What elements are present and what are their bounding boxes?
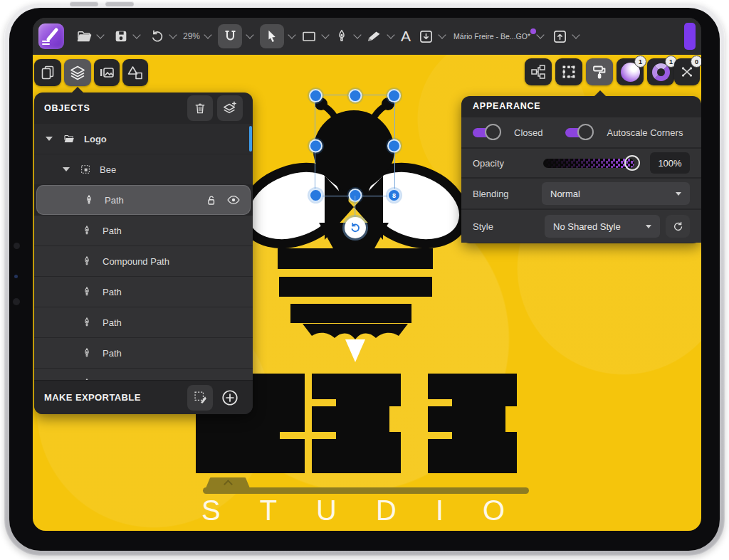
layer-label: Compound Path <box>103 256 169 267</box>
chevron-down-icon[interactable] <box>96 31 104 38</box>
artboard-tab[interactable] <box>206 477 250 488</box>
layer-row-path[interactable]: Path <box>34 277 253 307</box>
chevron-down-icon[interactable] <box>572 31 579 38</box>
delete-layer-button[interactable] <box>187 95 213 121</box>
pen-tool[interactable] <box>334 28 350 44</box>
path-icon <box>81 255 93 267</box>
chevron-down-icon[interactable] <box>438 31 446 38</box>
arrange-button[interactable] <box>525 58 552 85</box>
layer-row-compound-path[interactable]: Compound Path <box>34 246 253 276</box>
selection-handle-mid-left[interactable] <box>309 139 322 152</box>
folder-icon[interactable] <box>75 28 93 45</box>
path-icon <box>83 194 95 206</box>
chevron-down-icon[interactable] <box>132 31 140 38</box>
opacity-slider[interactable] <box>543 159 634 168</box>
chevron-down-icon[interactable] <box>353 31 361 38</box>
save-icon[interactable] <box>113 28 129 44</box>
chevron-down-icon[interactable] <box>387 31 394 38</box>
chevron-down-icon[interactable] <box>204 31 211 38</box>
fill-color-button[interactable]: 1 <box>617 58 644 85</box>
export-slice-button[interactable] <box>187 385 213 411</box>
autoscale-corners-toggle[interactable] <box>565 124 599 141</box>
refresh-style-button[interactable] <box>666 215 690 238</box>
style-dropdown[interactable]: No Shared Style <box>545 215 660 238</box>
gallery-button[interactable] <box>94 59 120 86</box>
snap-magnet-tool[interactable] <box>218 24 242 48</box>
layer-row-path[interactable]: Path <box>34 369 253 380</box>
path-icon <box>81 286 93 297</box>
selection-tool[interactable] <box>260 24 284 48</box>
layers-button[interactable] <box>64 59 91 86</box>
layer-row-path[interactable]: Path <box>34 307 253 337</box>
selection-bounding-box[interactable]: 8 <box>315 95 395 196</box>
selection-handle-mid-right[interactable] <box>387 139 401 152</box>
export-icon[interactable] <box>552 28 568 45</box>
make-exportable-button[interactable]: MAKE EXPORTABLE <box>44 392 141 403</box>
undo-icon[interactable] <box>150 28 165 44</box>
transform-button[interactable] <box>555 58 582 85</box>
chevron-down-icon[interactable] <box>536 31 544 38</box>
chevron-down-icon[interactable] <box>246 31 253 38</box>
layer-label: Logo <box>84 134 107 144</box>
path-icon <box>81 347 93 359</box>
shape-tool[interactable] <box>300 28 318 45</box>
layer-row-bee[interactable]: Bee <box>34 154 253 184</box>
selection-handle-bottom-right[interactable]: 8 <box>387 189 401 202</box>
layer-row-logo[interactable]: Logo <box>34 124 253 154</box>
pages-icon <box>39 64 56 81</box>
document-title-text: Mário Freire - Be...GO* <box>453 32 530 41</box>
stroke-color-button[interactable]: 1 <box>647 58 674 85</box>
blending-dropdown[interactable]: Normal <box>542 182 690 205</box>
pages-button[interactable] <box>34 59 61 86</box>
blending-row: Blending Normal <box>461 179 701 208</box>
layer-label: Bee <box>100 164 116 175</box>
volume-button <box>105 1 134 6</box>
visibility-eye-icon[interactable] <box>226 193 241 207</box>
knife-tool[interactable] <box>366 28 383 45</box>
mask-button[interactable]: 0 <box>674 58 700 85</box>
layer-row-path-selected[interactable]: Path <box>36 185 251 215</box>
add-object-button[interactable] <box>217 385 243 411</box>
group-icon <box>80 164 91 175</box>
logo-underline-bar[interactable] <box>203 487 529 494</box>
chevron-down-icon[interactable] <box>169 31 177 38</box>
opacity-slider-knob[interactable] <box>624 155 640 171</box>
selection-handle-top-center[interactable] <box>348 89 362 102</box>
selection-handle-top-left[interactable] <box>309 89 322 102</box>
pencil-accent-pill <box>684 23 696 50</box>
chevron-down-icon[interactable] <box>288 31 295 38</box>
autoscale-corners-label: Autoscale Corners <box>607 127 683 138</box>
text-tool[interactable]: A <box>401 28 411 45</box>
ipad-device-frame: 29% <box>4 3 725 556</box>
opacity-value[interactable]: 100% <box>650 152 690 174</box>
layer-label: Path <box>103 226 122 236</box>
blending-value: Normal <box>550 189 580 199</box>
rotate-handle[interactable] <box>345 217 366 238</box>
import-icon[interactable] <box>418 28 434 45</box>
shapes-button[interactable] <box>122 59 148 86</box>
layer-row-path[interactable]: Path <box>34 338 253 368</box>
panel-pointer <box>594 90 607 97</box>
disclosure-triangle-icon[interactable] <box>46 137 53 141</box>
zoom-level[interactable]: 29% <box>183 31 200 41</box>
style-value: No Shared Style <box>553 221 621 232</box>
lock-open-icon[interactable] <box>204 194 218 207</box>
logo-letter-e <box>428 374 537 473</box>
closed-toggle[interactable] <box>473 124 507 141</box>
chevron-down-icon[interactable] <box>321 31 329 38</box>
selection-handle-bottom-left[interactable] <box>309 189 322 202</box>
rotate-handle-line <box>355 196 356 218</box>
unsaved-indicator-dot <box>530 28 536 34</box>
add-layer-button[interactable] <box>217 95 243 121</box>
logo-letter-e <box>312 374 421 473</box>
disclosure-triangle-icon[interactable] <box>63 167 70 171</box>
pencil-icon <box>38 23 64 49</box>
app-menu-button[interactable] <box>38 23 64 49</box>
document-title[interactable]: Mário Freire - Be...GO* <box>453 32 530 41</box>
layers-icon <box>69 64 86 81</box>
studio-text[interactable]: STUDIO <box>201 495 544 527</box>
style-paint-button[interactable] <box>586 58 613 85</box>
selection-handle-top-right[interactable] <box>387 89 401 102</box>
dropdown-arrow-icon <box>676 192 681 196</box>
layer-row-path[interactable]: Path <box>34 216 253 245</box>
